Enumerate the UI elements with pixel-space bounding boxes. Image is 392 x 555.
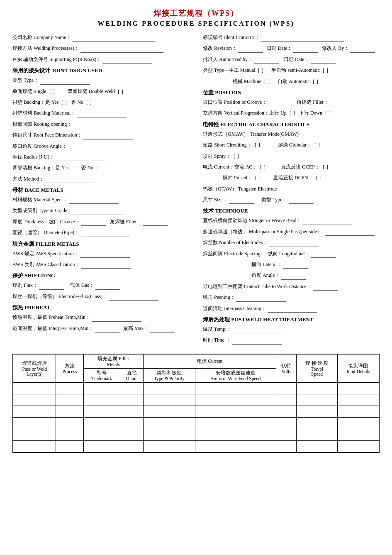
backing-material-input[interactable] (77, 112, 127, 117)
th-filler-metals: 填充金属 Filler Metals (83, 354, 144, 368)
interpass-cleaning-row: 道间清理 Interpass Cleaning： (203, 304, 380, 313)
radius-input[interactable] (56, 155, 105, 161)
short-circuit-row: 短路 Short-Circuiting：［ ］ 熔滴 Globular：［ ］ (203, 141, 380, 149)
table-header-row-1: 焊道或焊层 Pass or Weld Layer(s) 方法 Process 填… (13, 354, 379, 368)
postweld-time-row: 时间 Time ： (203, 336, 380, 344)
root-opening-input[interactable] (73, 122, 123, 128)
aws-class-row: AWS 类别 AWS Classification： (12, 260, 189, 269)
electrical-title: 电特性 ELECTRICAL CHARACTERISTICS (203, 121, 380, 128)
aws-class-label: AWS 类别 AWS Classification： (12, 262, 80, 267)
table-row (13, 382, 379, 394)
authorized-row: 批准人 Authorized by： 日期 Date： (203, 55, 380, 64)
type2-input[interactable] (289, 198, 314, 204)
fillet-input[interactable] (143, 220, 168, 226)
revision-row: 修改 Revision： 日期 Date： 修改人 By： (203, 44, 380, 52)
diameter-input[interactable] (80, 231, 130, 237)
th-pass-weld-layer: 焊道或焊层 Pass or Weld Layer(s) (13, 354, 56, 382)
id-input[interactable] (261, 36, 344, 42)
weld-type-row: 单面焊缝 Single［ ］ 双面焊缝 Double Weld［ ］ (12, 87, 189, 95)
auth-date-input[interactable] (311, 58, 336, 64)
peening-row: 锤击 Peening： (203, 293, 380, 301)
material-spec-input[interactable] (69, 198, 119, 204)
preheat-temp-input[interactable] (92, 316, 141, 322)
type-input[interactable] (40, 79, 90, 85)
root-face-row: 钝边尺寸 Root Face Dimension： (12, 131, 189, 139)
by-input[interactable] (350, 47, 375, 53)
authorized-input[interactable] (254, 58, 279, 64)
num-electrodes-label: 焊丝数 Numbei of Electrodes： (203, 240, 268, 245)
backing-row: 衬垫 Backing：是 Yes［ ］ 否 No［ ］ (12, 98, 189, 106)
welding-process-input[interactable] (80, 47, 163, 53)
tungsten-row: 钨极（GTAW） Tungsten Electrode (203, 185, 380, 193)
revision-input[interactable] (238, 47, 263, 53)
pqr-input[interactable] (102, 58, 152, 64)
fillet-pos-input[interactable] (330, 100, 355, 106)
welding-process-row: 焊接方法 Welding Process(es)： (12, 44, 189, 52)
th-volts: 伏特 Volts (276, 354, 296, 382)
stringer-input[interactable] (302, 219, 352, 225)
angle-input[interactable] (281, 274, 306, 280)
lateral-row: 横向 Lateral： (203, 260, 380, 269)
peening-input[interactable] (236, 296, 286, 302)
welding-process-label: 焊接方法 Welding Process(es)： (12, 45, 79, 51)
longitudinal-input[interactable] (311, 252, 336, 258)
back-gouging-label: 背部清根 Backing：是 Yes［ ］ 否 No［ ］ (12, 165, 105, 171)
contact-tube-label: 导电咀到工件距离 Contact Tube to Work Distance： (203, 284, 312, 289)
stringer-label: 直线或横向摆动焊道 Stringer or Weave Bead： (203, 218, 301, 223)
backing-material-row: 衬垫材料 Backing Materical： (12, 109, 189, 117)
aws-class-input[interactable] (81, 263, 131, 269)
by-label: 修改人 By： (322, 45, 349, 51)
root-face-input[interactable] (83, 134, 133, 139)
angle-row: 角度 Angle： (203, 271, 380, 279)
interpass-temp-max-input[interactable] (150, 327, 175, 333)
company-name-row: 公司名称 Company Name： (12, 33, 189, 42)
table-row (13, 406, 379, 417)
postweld-temp-input[interactable] (233, 328, 282, 333)
lateral-input[interactable] (283, 263, 308, 269)
transfer-mode-row: 过渡形式（GMAW） Transfer Mode(GMAW) (203, 130, 380, 138)
gas-input[interactable] (95, 284, 120, 290)
method-input[interactable] (45, 177, 95, 183)
th-amps: 安培数或送丝速度 Amps or Wire Feed Speed (195, 368, 276, 382)
back-gouging-row: 背部清根 Backing：是 Yes［ ］ 否 No［ ］ (12, 164, 189, 172)
thickness-input[interactable] (81, 220, 106, 226)
auto-label: 自动 Automatic［ ］ (278, 78, 321, 84)
date-input[interactable] (293, 47, 318, 53)
type-grade-row: 类型或级别 Type or Grade： (12, 206, 189, 215)
dcep-label: 直流反接 GCEP：［ ］ (281, 164, 331, 170)
groove-angle-input[interactable] (68, 144, 118, 150)
groove-pos-input[interactable] (268, 100, 293, 106)
pqr-row: PQR 辅助文件号 Supporting PQR No.(s)： (12, 55, 189, 64)
size-type-row: 尺寸 Size： 类型 Type： (203, 196, 380, 204)
root-opening-label: 根部间隙 Rooting opening： (12, 121, 72, 127)
contact-tube-input[interactable] (313, 285, 338, 291)
postweld-time-input[interactable] (232, 339, 282, 345)
th-trademark-cn: 型号 Trademark (83, 368, 120, 382)
current-row: 电流 Current：交流 AC：［ ］ 直流反接 GCEP：［ ］ (203, 163, 380, 171)
electrode-flux-input[interactable] (109, 295, 158, 301)
type-grade-input[interactable] (73, 209, 123, 215)
flux-gas-row: 焊剂 Flux： 气体 Gas： (12, 281, 189, 289)
position-title: 位置 POSITION (203, 89, 380, 96)
company-name-label: 公司名称 Company Name： (12, 34, 71, 40)
angle-label: 角度 Angle： (251, 272, 280, 278)
multipass-input[interactable] (325, 230, 375, 236)
size-input[interactable] (229, 198, 254, 204)
num-electrodes-row: 焊丝数 Numbei of Electrodes： (203, 238, 380, 247)
num-electrodes-input[interactable] (269, 241, 319, 247)
type-grade-label: 类型或级别 Type or Grade： (12, 208, 72, 213)
diameter-label: 直径（圆管） Diameter(Pipe)： (12, 230, 79, 235)
pulsed-row: 脉冲 Pulsed：［ ］ 直流正接 DCEN：［ ］ (203, 174, 380, 182)
preheat-temp-label: 预热温度，最低 Preheat Temp,Min： (12, 314, 90, 320)
technique-title: 技术 TECHNIQUE (203, 207, 380, 215)
stringer-row: 直线或横向摆动焊道 Stringer or Weave Bead： (203, 216, 380, 225)
flux-input[interactable] (39, 284, 64, 290)
type-manual-label: 类型 Type—手工 Manual［ ］ (203, 67, 266, 73)
th-diam-cn: 直径 Diam. (120, 368, 144, 382)
interpass-temp-input[interactable] (95, 327, 119, 333)
interpass-cleaning-input[interactable] (268, 307, 317, 313)
aws-spec-input[interactable] (80, 252, 130, 258)
id-row: 标识编号 Identification #： (203, 33, 380, 42)
method-label: 方法 Method： (12, 176, 44, 182)
company-name-input[interactable] (72, 36, 155, 42)
